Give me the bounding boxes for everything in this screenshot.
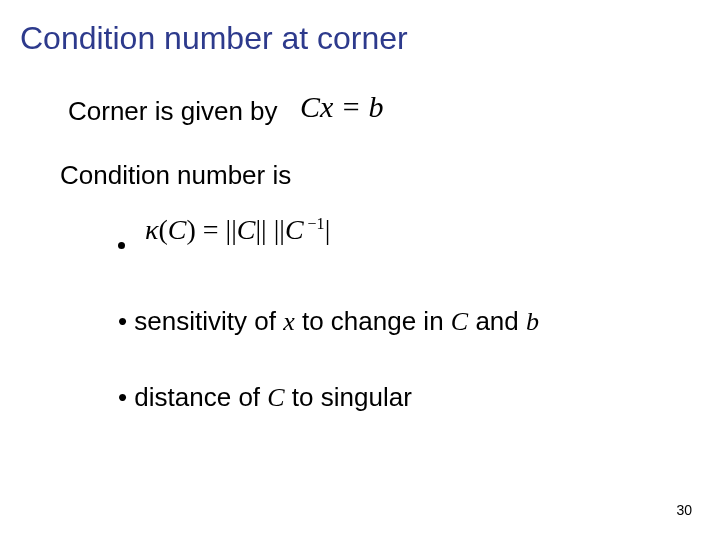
bullet-sensitivity: • sensitivity of x to change in C and b [118,306,539,337]
bullet-sensitivity-and: and [468,306,526,336]
var-x: x [283,307,295,336]
bullet-sensitivity-prefix: • sensitivity of [118,306,283,336]
var-c-1: C [451,307,468,336]
bullet-distance-prefix: • distance of [118,382,267,412]
equation-cx-eq-b: Cx = b [300,90,384,124]
page-number: 30 [676,502,692,518]
condition-number-is-text: Condition number is [60,160,291,191]
var-c-2: C [267,383,284,412]
equation-kappa: κ(C) = ||C|| ||C −1| [145,214,330,246]
bullet-dot-icon [118,242,125,249]
bullet-sensitivity-mid: to change in [295,306,451,336]
slide: Condition number at corner Corner is giv… [0,0,720,540]
var-b: b [526,307,539,336]
bullet-distance-suffix: to singular [285,382,412,412]
bullet-distance: • distance of C to singular [118,382,412,413]
bullet-kappa [118,230,133,261]
slide-title: Condition number at corner [20,20,408,57]
corner-given-by-text: Corner is given by [68,96,278,127]
